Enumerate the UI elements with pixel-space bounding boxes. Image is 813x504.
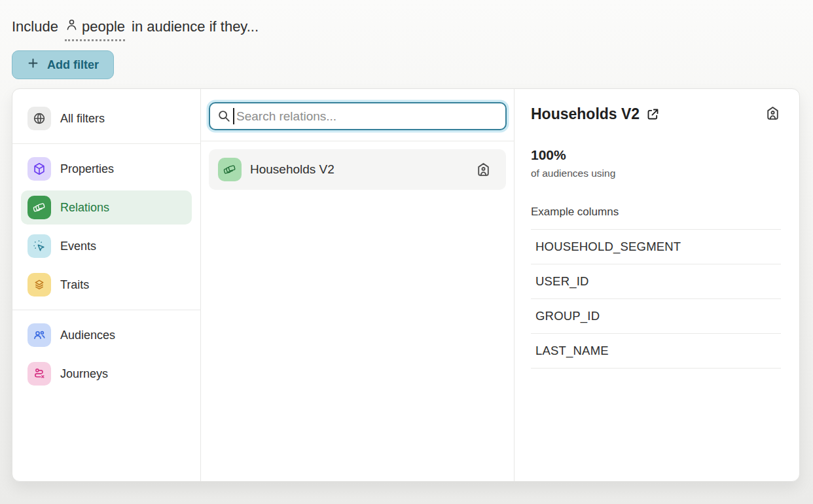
sidebar-item-all-filters[interactable]: All filters — [21, 101, 192, 135]
search-icon — [217, 109, 231, 123]
people-group-icon — [27, 323, 51, 347]
relation-name: Households V2 — [250, 162, 467, 177]
sidebar-item-label: Journeys — [60, 367, 108, 381]
example-columns-heading: Example columns — [531, 206, 781, 219]
sidebar-item-label: Relations — [60, 201, 109, 215]
layers-icon — [27, 273, 51, 297]
relations-icon — [218, 158, 242, 181]
text-cursor — [233, 108, 234, 124]
filter-category-sidebar: All filters Properties Relations Events — [12, 89, 201, 481]
sidebar-item-label: Events — [60, 240, 96, 253]
sidebar-item-label: Traits — [60, 278, 89, 292]
sidebar-item-properties[interactable]: Properties — [21, 152, 192, 186]
sidebar-item-traits[interactable]: Traits — [21, 268, 192, 302]
globe-icon — [27, 107, 51, 130]
search-field-wrap — [209, 102, 507, 130]
subject-selector[interactable]: people — [65, 18, 125, 41]
sidebar-item-label: All filters — [60, 112, 105, 126]
sidebar-item-audiences[interactable]: Audiences — [21, 318, 192, 352]
example-columns-list: HOUSEHOLD_SEGMENT USER_ID GROUP_ID LAST_… — [531, 229, 781, 369]
cursor-spark-icon — [27, 234, 51, 258]
sentence-suffix: in audience if they... — [132, 18, 259, 35]
sidebar-item-relations[interactable]: Relations — [21, 190, 192, 225]
filter-picker-panel: All filters Properties Relations Events — [12, 88, 800, 482]
household-icon — [475, 162, 492, 178]
add-filter-label: Add filter — [47, 58, 99, 72]
detail-header: Households V2 — [531, 105, 781, 123]
cube-icon — [27, 157, 51, 181]
sidebar-item-label: Audiences — [60, 329, 115, 342]
sidebar-divider — [12, 143, 200, 144]
column-row: GROUP_ID — [531, 298, 781, 333]
add-filter-button[interactable]: Add filter — [12, 50, 114, 79]
sidebar-item-label: Properties — [60, 162, 114, 176]
relation-detail-pane: Households V2 100% of audiences using Ex… — [515, 89, 799, 481]
household-icon — [765, 105, 781, 122]
external-link-icon[interactable] — [646, 107, 660, 121]
relations-icon — [27, 196, 51, 219]
relations-list: Households V2 — [201, 141, 514, 198]
sidebar-item-journeys[interactable]: Journeys — [21, 357, 192, 391]
usage-caption: of audiences using — [531, 168, 781, 179]
plus-icon — [27, 57, 39, 73]
route-icon — [27, 362, 51, 386]
column-row: LAST_NAME — [531, 333, 781, 369]
person-icon — [65, 18, 79, 35]
column-row: HOUSEHOLD_SEGMENT — [531, 229, 781, 264]
detail-title: Households V2 — [531, 105, 640, 123]
subject-label: people — [82, 18, 125, 35]
audience-rule-sentence: Include people in audience if they... — [0, 0, 813, 35]
include-label: Include — [12, 18, 58, 35]
relations-browser: Households V2 — [201, 89, 515, 481]
search-input[interactable] — [209, 102, 507, 130]
usage-percent: 100% — [531, 147, 781, 163]
sidebar-divider — [12, 310, 200, 310]
relation-row-households-v2[interactable]: Households V2 — [209, 149, 506, 190]
column-row: USER_ID — [531, 264, 781, 298]
sidebar-item-events[interactable]: Events — [21, 229, 192, 263]
